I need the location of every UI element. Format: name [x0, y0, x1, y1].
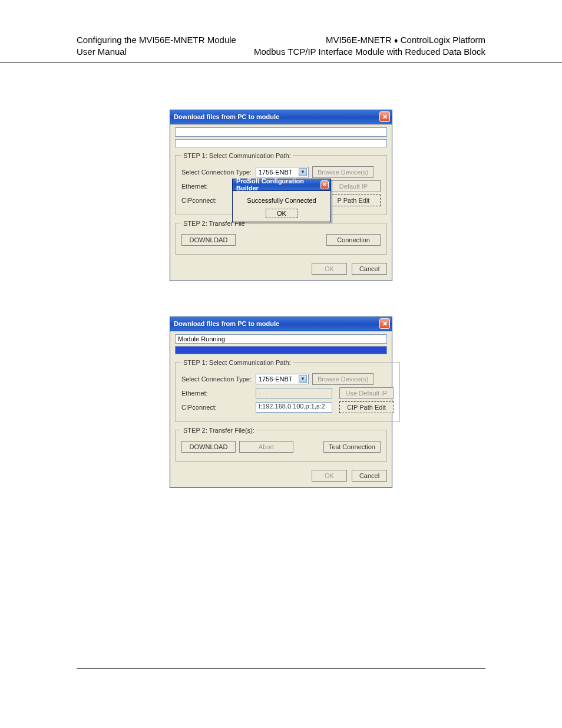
connection-type-row: Select Connection Type: 1756-ENBT ▼ Brow…	[181, 373, 394, 385]
popup-body: Successfully Connected OK	[233, 191, 330, 222]
abort-button: Abort	[239, 441, 293, 453]
chevron-down-icon[interactable]: ▼	[299, 375, 307, 383]
progress-bar	[175, 139, 387, 147]
close-icon[interactable]: ✕	[379, 111, 390, 122]
popup-message: Successfully Connected	[236, 197, 327, 204]
connection-type-value: 1756-ENBT	[259, 375, 292, 383]
product-name: MVI56E-MNETR	[326, 35, 392, 45]
cip-path-edit-button[interactable]: P Path Edit	[326, 195, 381, 206]
titlebar[interactable]: Download files from PC to module ✕	[170, 110, 392, 124]
ok-button: OK	[312, 470, 347, 482]
popup-ok-button[interactable]: OK	[266, 209, 297, 218]
transfer-row: DOWNLOAD Abort Test Connection	[181, 441, 381, 453]
header-left: Configuring the MVI56E-MNETR Module User…	[77, 34, 236, 58]
test-connection-button[interactable]: Connection	[326, 234, 381, 246]
header-right: MVI56E-MNETR ♦ ControlLogix Platform Mod…	[254, 34, 485, 58]
page-header: Configuring the MVI56E-MNETR Module User…	[0, 0, 562, 62]
step1-group: STEP 1: Select Communication Path: Selec…	[175, 152, 387, 215]
download-dialog-1: Download files from PC to module ✕ STEP …	[170, 110, 392, 281]
footer-rule	[77, 668, 485, 669]
dialog-buttons: OK Cancel	[175, 466, 387, 482]
header-left-line2: User Manual	[77, 46, 236, 58]
popup-titlebar[interactable]: ProSoft Configuration Builder ✕	[233, 179, 330, 191]
header-left-line1: Configuring the MVI56E-MNETR Module	[77, 34, 236, 46]
cipconnect-row: CIPconnect: t:192.168.0.100,p:1,s:2 CIP …	[181, 401, 394, 413]
close-icon[interactable]: ✕	[320, 180, 329, 189]
connection-type-select[interactable]: 1756-ENBT ▼	[256, 374, 309, 384]
close-icon[interactable]: ✕	[379, 318, 390, 329]
step2-group: STEP 2: Transfer File DOWNLOAD Connectio…	[175, 220, 387, 255]
browse-devices-button: Browse Device(s)	[312, 373, 373, 385]
dialog-body: Module Running STEP 1: Select Communicat…	[170, 331, 392, 487]
test-connection-button[interactable]: Test Connection	[323, 441, 381, 453]
ethernet-field: . . .	[256, 388, 332, 398]
message-popup: ProSoft Configuration Builder ✕ Successf…	[232, 179, 331, 222]
download-button[interactable]: DOWNLOAD	[181, 441, 236, 453]
chevron-down-icon[interactable]: ▼	[299, 168, 307, 176]
step1-legend: STEP 1: Select Communication Path:	[181, 359, 293, 366]
ethernet-row: Ethernet: . . . Use Default IP	[181, 387, 394, 399]
platform-name: ControlLogix Platform	[401, 35, 485, 45]
status-field	[175, 127, 387, 137]
dialog-title: Download files from PC to module	[174, 113, 279, 120]
ethernet-label: Ethernet:	[181, 390, 252, 397]
step2-group: STEP 2: Transfer File(s): DOWNLOAD Abort…	[175, 427, 387, 462]
dialog-title: Download files from PC to module	[174, 320, 279, 327]
connection-type-label: Select Connection Type:	[181, 169, 252, 176]
download-button[interactable]: DOWNLOAD	[181, 234, 236, 246]
cancel-button[interactable]: Cancel	[352, 263, 387, 275]
default-ip-button: Use Default IP	[339, 387, 394, 399]
cipconnect-field[interactable]: t:192.168.0.100,p:1,s:2	[256, 402, 332, 413]
download-dialog-2: Download files from PC to module ✕ Modul…	[170, 317, 392, 488]
cancel-button[interactable]: Cancel	[352, 470, 387, 482]
step1-group: STEP 1: Select Communication Path: Selec…	[175, 359, 400, 422]
connection-type-label: Select Connection Type:	[181, 375, 252, 383]
status-field: Module Running	[175, 334, 387, 344]
connection-type-select[interactable]: 1756-ENBT ▼	[256, 167, 309, 177]
cipconnect-label: CIPconnect:	[181, 404, 252, 411]
step2-legend: STEP 2: Transfer File(s):	[181, 427, 256, 434]
connection-type-row: Select Connection Type: 1756-ENBT ▼ Brow…	[181, 166, 381, 178]
ok-button: OK	[312, 263, 347, 275]
progress-bar	[175, 346, 387, 354]
transfer-row: DOWNLOAD Connection	[181, 234, 381, 246]
diamond-icon: ♦	[394, 36, 398, 45]
dialog-buttons: OK Cancel	[175, 259, 387, 275]
popup-title: ProSoft Configuration Builder	[236, 177, 320, 192]
default-ip-button: Default IP	[326, 180, 381, 192]
header-right-line1: MVI56E-MNETR ♦ ControlLogix Platform	[254, 34, 485, 46]
connection-type-value: 1756-ENBT	[259, 169, 292, 176]
titlebar[interactable]: Download files from PC to module ✕	[170, 317, 392, 331]
step1-legend: STEP 1: Select Communication Path:	[181, 152, 293, 159]
cip-path-edit-button[interactable]: CIP Path Edit	[339, 401, 394, 413]
dialog-body: STEP 1: Select Communication Path: Selec…	[170, 124, 392, 281]
header-right-line2: Modbus TCP/IP Interface Module with Redu…	[254, 46, 485, 58]
browse-devices-button: Browse Device(s)	[312, 166, 373, 178]
